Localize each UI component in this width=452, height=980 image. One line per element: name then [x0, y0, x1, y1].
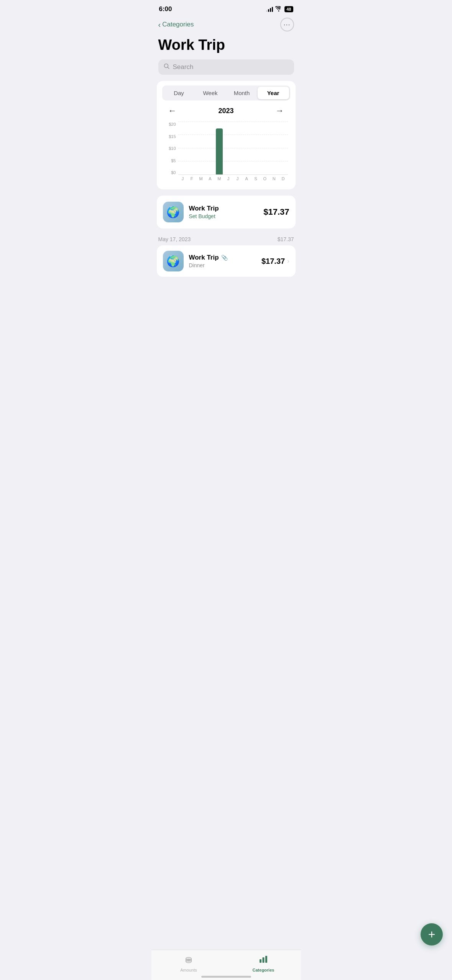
y-label-20: $20 [162, 122, 178, 127]
signal-icon [266, 7, 273, 12]
y-label-15: $15 [162, 134, 178, 139]
y-label-0: $0 [162, 170, 178, 175]
more-icon: ··· [283, 21, 290, 29]
search-bar[interactable]: Search [158, 59, 294, 75]
x-label-j3: J [233, 176, 241, 181]
budget-card[interactable]: 🌍 Work Trip Set Budget $17.37 [157, 196, 296, 229]
nav-bar: ‹ Categories ··· [151, 15, 301, 35]
period-card: Day Week Month Year ← 2023 → $0 $5 $10 $… [157, 81, 296, 189]
transaction-info: Work Trip 📎 Dinner [189, 254, 256, 268]
year-navigator: ← 2023 → [162, 106, 290, 116]
x-label-m2: M [215, 176, 223, 181]
transaction-section: May 17, 2023 $17.37 🌍 Work Trip 📎 Dinner… [157, 236, 296, 277]
transaction-amount: $17.37 [261, 257, 285, 266]
status-time: 6:00 [159, 5, 172, 13]
wifi-icon [275, 6, 282, 13]
transaction-date-row: May 17, 2023 $17.37 [157, 236, 296, 245]
chart-inner [178, 122, 288, 175]
x-label-m1: M [197, 176, 205, 181]
next-year-button[interactable]: → [271, 106, 288, 116]
back-label: Categories [162, 21, 194, 28]
transaction-amount-row: $17.37 › [261, 257, 289, 266]
battery-icon: 48 [284, 6, 293, 12]
set-budget-link[interactable]: Set Budget [189, 213, 258, 219]
search-icon [164, 63, 170, 71]
transaction-chevron-icon: › [287, 258, 289, 265]
tab-month[interactable]: Month [226, 87, 258, 99]
transaction-name: Work Trip 📎 [189, 254, 256, 261]
tab-day[interactable]: Day [163, 87, 195, 99]
transaction-total: $17.37 [278, 236, 294, 242]
page-title: Work Trip [151, 35, 301, 59]
transaction-emoji: 🌍 [166, 255, 180, 268]
chart-x-labels: J F M A M J J A S O N D [178, 175, 288, 181]
y-label-10: $10 [162, 146, 178, 151]
budget-icon: 🌍 [163, 202, 184, 222]
status-bar: 6:00 48 [151, 0, 301, 15]
more-button[interactable]: ··· [280, 18, 294, 31]
bar-may[interactable] [216, 128, 223, 174]
y-label-5: $5 [162, 158, 178, 163]
chart-bars [178, 122, 288, 174]
tab-week[interactable]: Week [195, 87, 226, 99]
transaction-card[interactable]: 🌍 Work Trip 📎 Dinner $17.37 › [157, 245, 296, 277]
x-label-a2: A [243, 176, 250, 181]
x-label-j2: J [225, 176, 232, 181]
x-label-j1: J [179, 176, 186, 181]
back-button[interactable]: ‹ Categories [158, 20, 194, 29]
budget-name: Work Trip [189, 205, 258, 212]
svg-line-1 [168, 67, 169, 69]
chart-y-labels: $0 $5 $10 $15 $20 [162, 122, 178, 175]
x-label-a1: A [206, 176, 214, 181]
attachment-icon: 📎 [221, 255, 228, 261]
tab-year[interactable]: Year [258, 87, 289, 99]
budget-amount: $17.37 [263, 207, 289, 217]
year-label: 2023 [218, 107, 233, 115]
x-label-n: N [270, 176, 278, 181]
budget-emoji: 🌍 [166, 206, 180, 219]
budget-info: Work Trip Set Budget [189, 205, 258, 219]
transaction-subtitle: Dinner [189, 262, 256, 268]
x-label-s: S [252, 176, 260, 181]
x-label-d: D [279, 176, 287, 181]
chart-area: $0 $5 $10 $15 $20 [162, 122, 290, 183]
transaction-icon: 🌍 [163, 251, 184, 271]
chevron-left-icon: ‹ [158, 20, 161, 29]
search-placeholder: Search [173, 63, 194, 71]
status-icons: 48 [266, 6, 293, 13]
x-label-o: O [261, 176, 269, 181]
prev-year-button[interactable]: ← [164, 106, 181, 116]
transaction-date: May 17, 2023 [158, 236, 191, 242]
period-tabs: Day Week Month Year [162, 86, 290, 100]
x-label-f: F [188, 176, 196, 181]
